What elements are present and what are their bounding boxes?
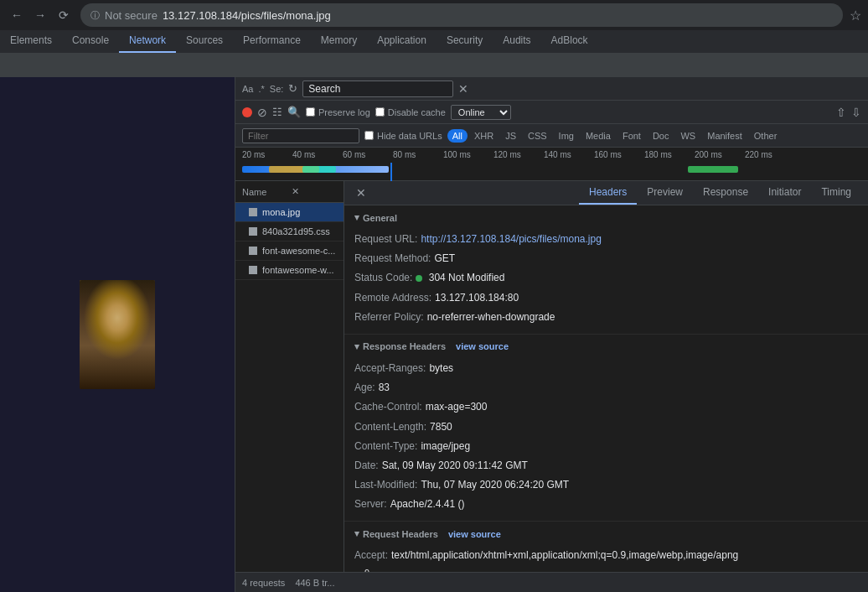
preserve-log-checkbox[interactable] — [306, 107, 315, 117]
disable-cache-label[interactable]: Disable cache — [375, 107, 446, 117]
close-details-button[interactable]: ✕ — [351, 183, 371, 203]
page-content — [0, 77, 235, 592]
import-button[interactable]: ⇧ — [836, 106, 846, 119]
referrer-policy-row: Referrer Policy: no-referrer-when-downgr… — [354, 308, 858, 327]
type-font-button[interactable]: Font — [617, 129, 646, 143]
request-headers-title: Request Headers view source — [354, 528, 858, 539]
request-method-value: GET — [434, 251, 455, 267]
bookmark-button[interactable]: ☆ — [850, 8, 861, 23]
last-modified-row: Last-Modified: Thu, 07 May 2020 06:24:20… — [354, 475, 858, 495]
accept-row: Accept: text/html,application/xhtml+xml,… — [354, 546, 858, 565]
hide-data-urls-checkbox[interactable] — [364, 131, 374, 140]
reload-button[interactable]: ⟳ — [54, 5, 74, 25]
response-headers-title: Response Headers view source — [354, 341, 858, 352]
age-row: Age: 83 — [354, 378, 858, 397]
type-other-button[interactable]: Other — [749, 129, 783, 143]
response-headers-view-source[interactable]: view source — [456, 341, 509, 351]
tab-performance[interactable]: Performance — [233, 29, 311, 53]
split-panel: Name ✕ mona.jpg 840a321d95.css font-awes… — [235, 181, 868, 572]
file-item-mona[interactable]: mona.jpg — [235, 203, 344, 222]
server-row: Server: Apache/2.4.41 () — [354, 495, 858, 514]
status-code-value: 304 Not Modified — [416, 270, 504, 286]
forward-button[interactable]: → — [30, 5, 50, 25]
tab-response[interactable]: Response — [693, 181, 758, 205]
hide-data-urls-label[interactable]: Hide data URLs — [364, 131, 442, 141]
type-all-button[interactable]: All — [447, 129, 468, 143]
tab-network[interactable]: Network — [119, 29, 176, 53]
date-row: Date: Sat, 09 May 2020 09:11:42 GMT — [354, 456, 858, 475]
not-secure-label: Not secure — [105, 9, 158, 22]
tab-console[interactable]: Console — [62, 29, 119, 53]
tab-initiator[interactable]: Initiator — [758, 181, 811, 205]
network-toolbar: ⊘ ☷ 🔍 Preserve log Disable cache Online … — [235, 101, 868, 124]
request-headers-view-source[interactable]: view source — [448, 529, 501, 539]
tab-audits[interactable]: Audits — [493, 29, 540, 53]
type-doc-button[interactable]: Doc — [648, 129, 674, 143]
general-section-title: General — [354, 212, 858, 223]
file-item-fontawesome2[interactable]: fontawesome-w... — [235, 261, 344, 280]
filter-button[interactable]: ☷ — [272, 106, 282, 118]
search-network-button[interactable]: 🔍 — [287, 106, 301, 118]
address-bar[interactable]: ⓘ Not secure 13.127.108.184/pics/files/m… — [80, 3, 843, 27]
tab-elements[interactable]: Elements — [0, 29, 62, 53]
export-button[interactable]: ⇩ — [851, 106, 861, 119]
tab-security[interactable]: Security — [437, 29, 493, 53]
back-button[interactable]: ← — [7, 5, 27, 25]
remote-address-row: Remote Address: 13.127.108.184:80 — [354, 288, 858, 308]
type-css-button[interactable]: CSS — [523, 129, 552, 143]
file-name: mona.jpg — [262, 207, 300, 217]
disable-cache-checkbox[interactable] — [375, 107, 385, 117]
close-pane-icon[interactable]: ✕ — [292, 186, 338, 197]
case-icon: .* — [258, 84, 264, 94]
hide-data-urls-text: Hide data URLs — [377, 131, 442, 141]
throttle-select[interactable]: Online Fast 3G Slow 3G Offline — [451, 105, 511, 120]
header-tabs: ✕ Headers Preview Response Initiator Tim… — [344, 181, 868, 205]
tab-adblock[interactable]: AdBlock — [541, 29, 598, 53]
request-method-row: Request Method: GET — [354, 249, 858, 268]
search-input[interactable] — [308, 83, 392, 95]
type-img-button[interactable]: Img — [554, 129, 579, 143]
refresh-icon[interactable]: ↻ — [288, 82, 297, 95]
request-count: 4 requests — [242, 578, 285, 588]
tab-memory[interactable]: Memory — [311, 29, 367, 53]
filter-input[interactable] — [242, 128, 359, 143]
preserve-log-text: Preserve log — [318, 107, 370, 117]
type-xhr-button[interactable]: XHR — [469, 129, 499, 143]
referrer-policy-label: Referrer Policy: — [354, 309, 424, 325]
file-list: Name ✕ mona.jpg 840a321d95.css font-awes… — [235, 181, 344, 572]
search-close-button[interactable]: ✕ — [458, 82, 468, 96]
request-method-label: Request Method: — [354, 251, 431, 267]
tab-timing[interactable]: Timing — [811, 181, 861, 205]
tab-headers[interactable]: Headers — [579, 181, 637, 205]
regex-icon: Se: — [270, 84, 284, 94]
preserve-log-label[interactable]: Preserve log — [306, 107, 370, 117]
record-button[interactable] — [242, 107, 252, 117]
devtools-tabbar: Elements Console Network Sources Perform… — [0, 30, 868, 54]
type-manifest-button[interactable]: Manifest — [702, 129, 747, 143]
file-item-css[interactable]: 840a321d95.css — [235, 222, 344, 241]
type-filter-buttons: All XHR JS CSS Img Media Font Doc WS Man… — [447, 129, 783, 143]
tab-preview[interactable]: Preview — [637, 181, 693, 205]
type-media-button[interactable]: Media — [581, 129, 616, 143]
file-name: 840a321d95.css — [262, 226, 330, 236]
general-section: General Request URL: http://13.127.108.1… — [344, 205, 868, 335]
file-icon — [249, 247, 257, 255]
file-icon — [249, 266, 257, 274]
tab-sources[interactable]: Sources — [176, 29, 233, 53]
url-text: 13.127.108.184/pics/files/mona.jpg — [163, 9, 331, 22]
timeline-bar-green — [688, 166, 738, 173]
details-panel: ✕ Headers Preview Response Initiator Tim… — [344, 181, 868, 572]
request-url-value: http://13.127.108.184/pics/files/mona.jp… — [421, 231, 601, 247]
tab-application[interactable]: Application — [367, 29, 437, 53]
type-js-button[interactable]: JS — [500, 129, 521, 143]
clear-button[interactable]: ⊘ — [257, 106, 267, 119]
type-ws-button[interactable]: WS — [675, 129, 700, 143]
status-code-label: Status Code: — [354, 270, 412, 286]
cache-control-response-row: Cache-Control: max-age=300 — [354, 397, 858, 417]
timeline-scale: 20 ms 40 ms 60 ms 80 ms 100 ms 120 ms 14… — [235, 148, 868, 163]
name-column-header: Name — [242, 187, 288, 197]
search-input-wrap — [302, 80, 453, 97]
request-url-row: Request URL: http://13.127.108.184/pics/… — [354, 230, 858, 249]
file-list-header: Name ✕ — [235, 181, 344, 203]
file-item-fontawesome[interactable]: font-awesome-c... — [235, 241, 344, 261]
